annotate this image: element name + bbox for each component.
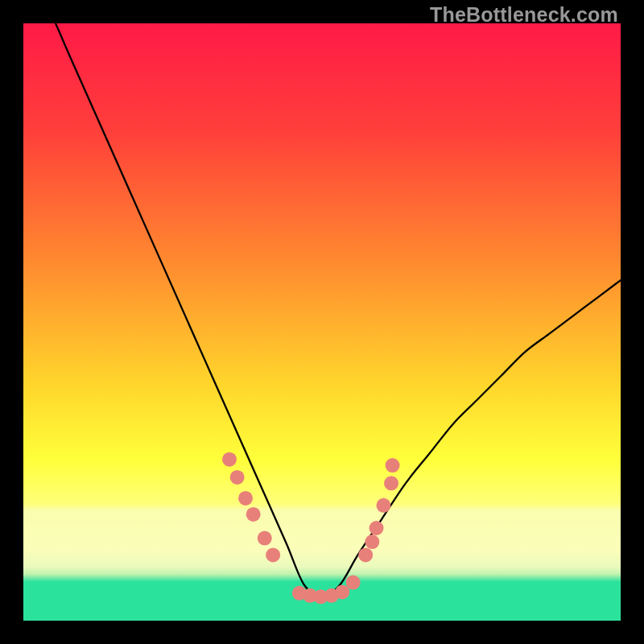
curve-dot — [384, 476, 398, 490]
curve-dot — [222, 452, 237, 467]
curve-dot — [238, 491, 253, 506]
curve-dot — [365, 535, 379, 549]
bottleneck-curve — [23, 23, 621, 597]
curve-dot — [346, 576, 361, 590]
watermark: TheBottleneck.com — [430, 3, 618, 27]
curve-dot — [246, 507, 261, 522]
curve-dot — [258, 531, 272, 546]
curve-dots — [222, 452, 400, 605]
curve-dot — [369, 521, 384, 535]
curve-dot — [386, 458, 400, 473]
chart-stage: TheBottleneck.com — [0, 0, 644, 644]
plot-area — [23, 23, 621, 621]
curve-dot — [266, 547, 280, 562]
curve-dot — [358, 547, 373, 562]
curve-dot — [376, 498, 390, 513]
curve-dot — [230, 470, 245, 485]
curve-layer — [23, 23, 621, 621]
